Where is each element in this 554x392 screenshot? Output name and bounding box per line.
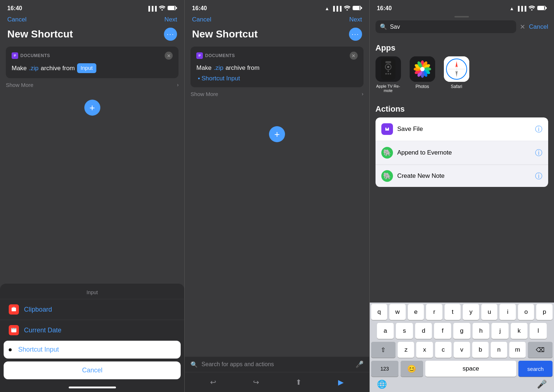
svg-rect-6 [13,307,15,308]
key-t[interactable]: t [445,304,461,320]
key-o[interactable]: o [518,304,534,320]
add-action-button-1[interactable]: + [84,100,100,116]
key-p[interactable]: p [536,304,553,320]
bottom-sheet-title-1: Input [0,289,184,295]
key-s[interactable]: s [396,323,413,339]
key-emoji[interactable]: 😊 [401,361,423,377]
key-123[interactable]: 123 [371,361,398,377]
show-more-text-2[interactable]: Show More [190,91,218,97]
key-m[interactable]: m [509,342,526,358]
key-f[interactable]: f [434,323,451,339]
add-action-button-2[interactable]: + [269,126,285,142]
key-c[interactable]: c [435,342,451,358]
key-a[interactable]: a [377,323,394,339]
key-y[interactable]: y [463,304,479,320]
nav-bar-2: Cancel Next [185,15,369,28]
key-x[interactable]: x [416,342,433,358]
key-q[interactable]: q [371,304,388,320]
key-backspace[interactable]: ⌫ [528,342,553,358]
search-container-3[interactable]: 🔍 Sav [376,20,516,33]
evernote-item[interactable]: 🐘 Append to Evernote ⓘ [376,141,548,165]
app-item-photos[interactable]: Photos [410,56,435,93]
close-card-button-1[interactable]: ✕ [165,52,173,60]
status-icons-2: ▲ ▐▐▐ [325,5,362,12]
cancel-search-button-3[interactable]: Cancel [529,23,548,31]
play-button-2[interactable]: ▶ [338,378,344,387]
app-item-safari[interactable]: Safari [444,56,469,93]
key-k[interactable]: k [511,323,528,339]
location-icon-2: ▲ [325,6,329,11]
key-v[interactable]: v [454,342,470,358]
key-l[interactable]: l [530,323,547,339]
status-bar-1: 16:40 ▐▐▐ [0,0,184,15]
keyboard-row-4: 123 😊 space search [370,359,554,378]
more-button-1[interactable]: ··· [164,28,177,41]
actions-section-title-3: Actions [370,99,554,117]
key-h[interactable]: h [473,323,490,339]
shortcut-input-label: Shortcut Input [18,346,59,353]
action-card-label-1: DOCUMENTS [12,52,50,59]
save-file-item[interactable]: Save File ⓘ [376,117,548,141]
app-label-photos: Photos [416,84,429,89]
undo-button-2[interactable]: ↩ [210,378,216,387]
shortcut-input-link-2[interactable]: Shortcut Input [201,75,240,82]
search-row-3[interactable]: 🔍 Sav ✕ Cancel [370,20,554,37]
key-mic[interactable]: 🎤 [537,380,547,389]
show-more-text-1[interactable]: Show More [6,82,33,88]
key-space[interactable]: space [425,361,516,377]
key-e[interactable]: e [408,304,424,320]
search-bar-2[interactable]: 🔍 Search for apps and actions 🎤 [185,356,369,372]
input-badge-1[interactable]: Input [77,63,96,73]
key-r[interactable]: r [426,304,442,320]
doc-icon-2 [196,52,203,59]
save-file-icon [381,123,393,135]
action-card-1: DOCUMENTS ✕ Make .zip archive from Input [6,47,178,78]
save-file-label: Save File [397,125,423,133]
close-card-button-2[interactable]: ✕ [350,52,358,60]
create-note-item[interactable]: 🐘 Create New Note ⓘ [376,165,548,187]
app-item-tv-remote[interactable]: Apple TV Re- mote [376,56,401,93]
action-header-text-1: DOCUMENTS [20,53,50,58]
key-j[interactable]: j [491,323,509,339]
mic-icon-2[interactable]: 🎤 [356,360,364,368]
evernote-info-button[interactable]: ⓘ [535,148,542,158]
key-globe[interactable]: 🌐 [377,380,387,389]
cancel-button-1[interactable]: Cancel [7,16,27,23]
key-d[interactable]: d [415,323,432,339]
next-button-2[interactable]: Next [349,16,362,23]
signal-icon-2: ▐▐▐ [332,6,342,11]
svg-rect-5 [12,308,16,311]
shortcut-input-item[interactable]: Shortcut Input [4,340,181,359]
key-g[interactable]: g [453,323,470,339]
next-button-1[interactable]: Next [164,16,177,23]
key-z[interactable]: z [398,342,414,358]
svg-point-23 [387,66,389,68]
key-i[interactable]: i [499,304,516,320]
redo-button-2[interactable]: ↪ [253,378,259,387]
app-label-tv-remote: Apple TV Re- mote [376,84,400,93]
key-b[interactable]: b [472,342,489,358]
key-n[interactable]: n [491,342,507,358]
key-shift[interactable]: ⇧ [371,342,396,358]
app-icon-tv-remote [376,56,401,82]
status-bar-2: 16:40 ▲ ▐▐▐ [185,0,369,15]
current-date-item[interactable]: Current Date [0,320,184,340]
share-button-2[interactable]: ⬆ [296,378,302,387]
plus-icon-1: + [89,103,95,112]
key-u[interactable]: u [481,304,498,320]
svg-rect-21 [385,61,391,63]
cancel-button-2[interactable]: Cancel [192,16,211,23]
more-button-2[interactable]: ··· [349,28,362,41]
clear-search-button-3[interactable]: ✕ [520,23,525,31]
current-date-label: Current Date [24,327,61,334]
save-file-info-button[interactable]: ⓘ [535,124,542,134]
app-icon-safari [444,56,469,82]
create-note-info-button[interactable]: ⓘ [535,171,542,181]
cancel-sheet-button-1[interactable]: Cancel [4,361,181,379]
clipboard-label: Clipboard [24,306,52,313]
key-w[interactable]: w [389,304,406,320]
clipboard-item[interactable]: Clipboard [0,299,184,320]
key-search[interactable]: search [518,361,553,377]
zip-badge-2: .zip [214,63,223,73]
search-value-3[interactable]: Sav [390,24,400,30]
